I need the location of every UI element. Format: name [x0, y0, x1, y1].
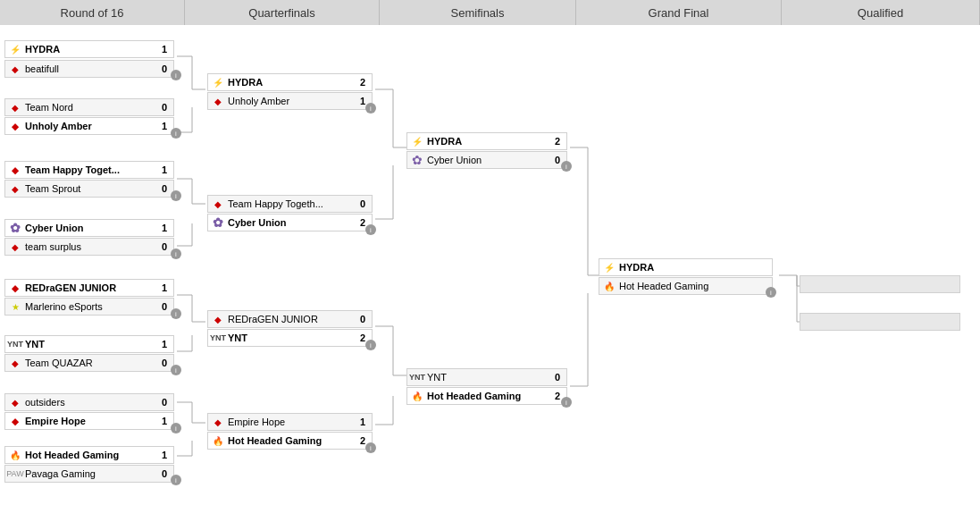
info-r16-m2[interactable]: i [171, 128, 181, 139]
dota-logo-icon-13: ◆ [211, 312, 225, 326]
info-r16-m4[interactable]: i [171, 248, 181, 259]
cyber-logo-icon-2: ✿ [211, 215, 225, 230]
gf-t2: 🔥 Hot Headed Gaming [599, 277, 773, 295]
info-r16-m5[interactable]: i [171, 308, 181, 319]
info-qf-m2[interactable]: i [365, 224, 376, 235]
hydra-logo-icon: ⚡ [8, 42, 22, 56]
sf-m1-t1: ⚡ HYDRA 2 [406, 132, 567, 150]
qf-m2-t2: ✿ Cyber Union 2 [207, 214, 373, 231]
cyber-logo-icon-3: ✿ [410, 153, 424, 167]
qf-m2-t1: ◆ Team Happy Togeth... 0 [207, 195, 373, 213]
qf-m1-t1: ⚡ HYDRA 2 [207, 73, 373, 91]
r16-m8-t2: PAW Pavaga Gaming 0 [4, 465, 174, 483]
gf-t1: ⚡ HYDRA [599, 258, 773, 276]
sf-m2-t2: 🔥 Hot Headed Gaming 2 [406, 387, 567, 405]
header-gf: Grand Final [576, 0, 782, 25]
sf-m1-t2: ✿ Cyber Union 0 [406, 151, 567, 169]
r16-m6-t2: ◆ Team QUAZAR 0 [4, 354, 174, 372]
dota-logo-icon-11: ◆ [211, 94, 225, 108]
info-r16-m6[interactable]: i [171, 365, 181, 375]
r16-m3-t2: ◆ Team Sprout 0 [4, 180, 174, 198]
r16-m7-t2: ◆ Empire Hope 1 [4, 412, 174, 430]
dota-logo-icon-7: ◆ [8, 281, 22, 295]
r16-m5-t2: ★ Marlerino eSports 0 [4, 298, 174, 316]
dota-logo-icon-10: ◆ [8, 414, 22, 428]
fire-logo-icon-2: 🔥 [211, 433, 225, 448]
qf-m4-t2: 🔥 Hot Headed Gaming 2 [207, 432, 373, 450]
header-r16: Round of 16 [0, 0, 185, 25]
dota-logo-icon-6: ◆ [8, 240, 22, 254]
ynt-logo-icon-3: YNT [410, 370, 424, 384]
qual-slot-1 [800, 275, 960, 293]
qf-m4-t1: ◆ Empire Hope 1 [207, 413, 373, 431]
r16-m3-t1: ◆ Team Happy Toget... 1 [4, 161, 174, 179]
dota-logo-icon-12: ◆ [211, 197, 225, 211]
r16-m7-t1: ◆ outsiders 0 [4, 393, 174, 411]
hydra-logo-icon-3: ⚡ [410, 134, 424, 148]
qf-m3-t2: YNT YNT 2 [207, 329, 373, 347]
qf-m3-t1: ◆ REDraGEN JUNIOR 0 [207, 310, 373, 328]
r16-m4-t1: ✿ Cyber Union 1 [4, 219, 174, 237]
info-qf-m3[interactable]: i [365, 340, 376, 350]
fire-logo-icon-4: 🔥 [602, 279, 616, 293]
ynt-logo-icon-1: YNT [8, 337, 22, 351]
info-qf-m4[interactable]: i [365, 442, 376, 453]
info-r16-m1[interactable]: i [171, 70, 181, 80]
r16-m1-t2: ◆ beatifull 0 [4, 60, 174, 78]
r16-m5-t1: ◆ REDraGEN JUNIOR 1 [4, 279, 174, 297]
dota-logo-icon-9: ◆ [8, 395, 22, 409]
header-qual: Qualified [782, 0, 980, 25]
cyber-logo-icon-1: ✿ [8, 221, 22, 235]
dota-logo-icon-4: ◆ [8, 163, 22, 177]
dota-logo-icon-14: ◆ [211, 415, 225, 429]
r16-m4-t2: ◆ team surplus 0 [4, 238, 174, 256]
paw-logo-icon: PAW [8, 467, 22, 481]
r16-m8-t1: 🔥 Hot Headed Gaming 1 [4, 446, 174, 464]
info-r16-m7[interactable]: i [171, 423, 181, 433]
r16-m2-t2: ◆ Unholy Amber 1 [4, 117, 174, 135]
ynt-logo-icon-2: YNT [211, 331, 225, 345]
hydra-logo-icon-4: ⚡ [602, 260, 616, 274]
sf-m2-t1: YNT YNT 0 [406, 368, 567, 386]
qf-m1-t2: ◆ Unholy Amber 1 [207, 92, 373, 110]
info-sf-m1[interactable]: i [561, 161, 572, 172]
r16-m6-t1: YNT YNT 1 [4, 335, 174, 353]
fire-logo-icon-3: 🔥 [410, 389, 424, 403]
info-r16-m3[interactable]: i [171, 190, 181, 201]
info-r16-m8[interactable]: i [171, 475, 181, 485]
header-sf: Semifinals [380, 0, 576, 25]
info-gf[interactable]: i [766, 287, 776, 298]
header-qf: Quarterfinals [185, 0, 380, 25]
dota-logo-icon-8: ◆ [8, 356, 22, 370]
dota-logo-icon-3: ◆ [8, 119, 22, 133]
dota-logo-icon-5: ◆ [8, 181, 22, 196]
info-sf-m2[interactable]: i [561, 397, 572, 408]
r16-m1-t1: ⚡ HYDRA 1 [4, 40, 174, 58]
fire-logo-icon-1: 🔥 [8, 448, 22, 462]
dota-logo-icon-1: ◆ [8, 62, 22, 76]
info-qf-m1[interactable]: i [365, 103, 376, 114]
star-logo-icon: ★ [8, 299, 22, 314]
r16-m2-t1: ◆ Team Nord 0 [4, 98, 174, 116]
qual-slot-2 [800, 313, 960, 331]
hydra-logo-icon-2: ⚡ [211, 75, 225, 89]
dota-logo-icon-2: ◆ [8, 100, 22, 114]
